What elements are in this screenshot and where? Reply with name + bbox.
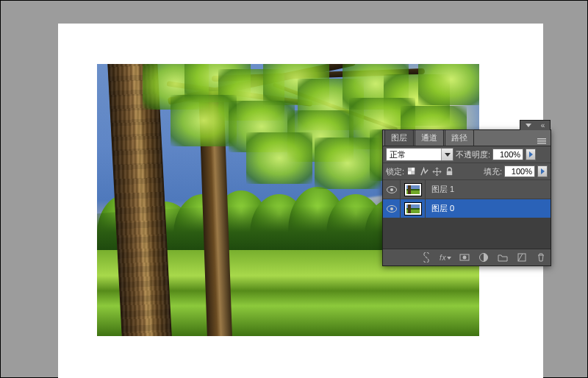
- layers-panel: « 图层 通道 路径 正常 不透明度: 100% 锁定: 填充: 100%: [382, 129, 551, 266]
- visibility-toggle[interactable]: [383, 199, 401, 218]
- chevron-down-icon: [441, 149, 453, 160]
- layer-row[interactable]: 图层 0: [383, 199, 551, 218]
- layer-style-button[interactable]: fx: [439, 251, 452, 264]
- visibility-toggle[interactable]: [383, 180, 401, 199]
- svg-rect-4: [446, 171, 451, 175]
- lock-label: 锁定:: [386, 166, 404, 177]
- svg-rect-0: [407, 167, 411, 171]
- new-layer-button[interactable]: [515, 251, 528, 264]
- panel-footer: fx: [383, 249, 551, 265]
- tab-channels[interactable]: 通道: [415, 129, 444, 146]
- svg-point-6: [390, 188, 393, 191]
- lock-fill-row: 锁定: 填充: 100%: [383, 163, 551, 180]
- layer-name[interactable]: 图层 1: [426, 184, 454, 195]
- panel-tabs: 图层 通道 路径: [383, 130, 551, 146]
- svg-point-8: [390, 207, 393, 210]
- layer-group-button[interactable]: [496, 251, 509, 264]
- blend-mode-value: 正常: [390, 149, 406, 160]
- lock-position-button[interactable]: [431, 166, 442, 176]
- opacity-label: 不透明度:: [456, 149, 490, 160]
- blend-mode-select[interactable]: 正常: [386, 148, 453, 161]
- svg-point-10: [463, 256, 467, 260]
- panel-menu-button[interactable]: [533, 137, 551, 146]
- delete-layer-button[interactable]: [534, 251, 548, 264]
- adjustment-layer-button[interactable]: [477, 251, 490, 264]
- fill-value[interactable]: 100%: [504, 165, 535, 177]
- panel-handle[interactable]: «: [520, 120, 551, 130]
- layers-empty-area[interactable]: [383, 218, 551, 249]
- lock-transparency-button[interactable]: [406, 166, 417, 176]
- workspace: « 图层 通道 路径 正常 不透明度: 100% 锁定: 填充: 100%: [0, 0, 588, 378]
- fill-flyout-button[interactable]: [537, 165, 548, 177]
- fx-icon: fx: [440, 254, 446, 262]
- layer-list: 图层 1 图层 0: [383, 180, 551, 218]
- svg-rect-2: [411, 167, 415, 171]
- blend-opacity-row: 正常 不透明度: 100%: [383, 146, 551, 163]
- layer-thumbnail[interactable]: [401, 199, 426, 218]
- layer-name[interactable]: 图层 0: [426, 203, 454, 214]
- svg-rect-1: [411, 171, 415, 174]
- link-layers-button[interactable]: [420, 251, 433, 264]
- layer-thumbnail[interactable]: [401, 180, 426, 199]
- opacity-flyout-button[interactable]: [526, 149, 536, 160]
- tab-paths[interactable]: 路径: [445, 129, 474, 146]
- svg-rect-3: [407, 171, 411, 174]
- opacity-value[interactable]: 100%: [492, 149, 523, 160]
- tab-layers[interactable]: 图层: [384, 129, 414, 146]
- collapse-icon[interactable]: [526, 124, 531, 127]
- layer-row[interactable]: 图层 1: [383, 180, 551, 199]
- lock-all-button[interactable]: [444, 166, 454, 176]
- layer-mask-button[interactable]: [458, 251, 471, 264]
- menu-icon: [537, 138, 546, 144]
- flyout-icon[interactable]: «: [541, 121, 545, 129]
- lock-pixels-button[interactable]: [419, 166, 429, 176]
- fill-label: 填充:: [484, 166, 502, 177]
